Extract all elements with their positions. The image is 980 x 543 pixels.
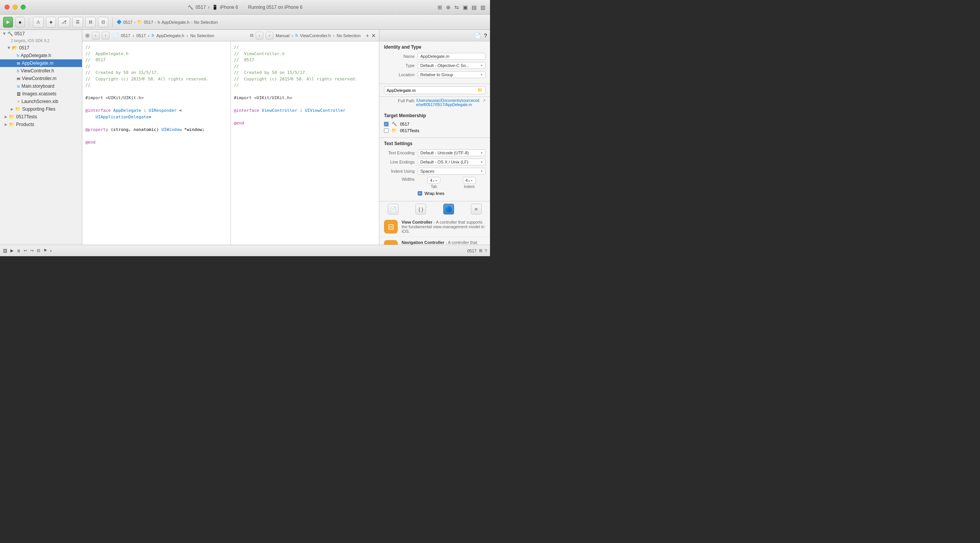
nav-back-right-btn[interactable]: ‹ <box>256 32 263 39</box>
identity-type-section: Identity and Type Name AppDelegate.m Typ… <box>379 41 490 84</box>
target-checkbox-0517tests[interactable] <box>384 128 389 133</box>
file-m-icon: m <box>17 61 20 65</box>
sidebar-item-main-storyboard[interactable]: ⊞ Main.storyboard <box>0 82 82 90</box>
code-line-r: @interface ViewController : UIViewContro… <box>234 108 376 114</box>
inspector-header: 📄 ? <box>379 30 490 41</box>
pause-icon[interactable]: ⏸ <box>16 249 21 253</box>
code-inspector-btn[interactable]: { } <box>415 204 426 214</box>
sidebar-item-viewcontroller-m[interactable]: m ViewController.m <box>0 75 82 82</box>
file-inspector-btn[interactable]: 📄 <box>388 204 399 214</box>
run-button[interactable]: ▶ <box>3 17 13 28</box>
left-code-panel[interactable]: // // AppDelegate.h // 0517 // // Create… <box>82 41 231 245</box>
split-icon-right[interactable]: ⊟ <box>250 33 253 38</box>
photo-icon[interactable]: 🖼 <box>3 249 7 253</box>
split-editor-icon[interactable]: ⊞ <box>85 33 90 38</box>
layout-icon[interactable]: ▣ <box>463 4 468 10</box>
storyboard-icon: ⊞ <box>17 84 20 88</box>
indent-width-value[interactable]: 4 ▲▼ <box>463 177 476 184</box>
bc-file-icon-h: h <box>152 33 154 38</box>
minimize-button[interactable] <box>13 5 18 10</box>
identity-inspector-btn[interactable]: 🔵 <box>443 204 454 214</box>
sidebar-item-project[interactable]: ▶ 🔨 0517 <box>0 30 82 38</box>
sidebar-item-appdelegate-m[interactable]: m AppDelegate.m <box>0 59 82 67</box>
grid-icon[interactable]: ⊞ <box>438 4 442 10</box>
stop-button[interactable]: ■ <box>15 17 25 28</box>
sidebar-group-0517-label: 0517 <box>19 45 29 51</box>
fullscreen-button[interactable] <box>21 5 26 10</box>
location-value[interactable]: Relative to Group ▾ <box>418 71 485 78</box>
stepper-tab[interactable]: ▲▼ <box>432 179 438 182</box>
indent-label: Indent Using <box>384 169 415 173</box>
code-line: // AppDelegate.h <box>85 51 227 57</box>
encoding-value[interactable]: Default - Unicode (UTF-8) ▾ <box>418 149 485 156</box>
sidebar-item-images-xcassets[interactable]: 🖼 Images.xcassets <box>0 90 82 98</box>
close-editor-btn[interactable]: ✕ <box>371 33 376 39</box>
type-value[interactable]: Default - Objective-C So... ▾ <box>418 62 485 69</box>
back-icon[interactable]: ↩ <box>24 248 27 253</box>
help-bottom-icon[interactable]: ? <box>485 249 487 253</box>
panel-icon[interactable]: ▤ <box>472 4 477 10</box>
code-line: UIApplicationDelegate> <box>85 114 227 121</box>
arrow-icon-path[interactable]: ↗ <box>482 98 485 103</box>
sidebar-item-products[interactable]: ▶ 📁 Products <box>0 121 82 128</box>
sidebar-item-supporting-files[interactable]: ▶ 📁 Supporting Files <box>0 105 82 113</box>
toolbar-sep2 <box>112 18 113 27</box>
sidebar-item-group-0517[interactable]: ▶ 📂 0517 <box>0 44 82 52</box>
split-bottom-icon[interactable]: ⊟ <box>37 248 40 253</box>
navigator-toggle[interactable]: ⊡ <box>98 17 108 28</box>
forward-icon[interactable]: ↪ <box>30 248 34 253</box>
target-checkbox-0517[interactable]: ✓ <box>384 122 389 126</box>
code-line-r: // ViewController.h <box>234 51 376 57</box>
file-inspector-icon[interactable]: 📄 <box>474 33 481 39</box>
sidebar-icon[interactable]: ▥ <box>480 4 485 10</box>
nav-back-btn[interactable]: ‹ <box>92 32 100 39</box>
code-line: // Copyright (c) 2015年 58. All rights re… <box>85 76 227 83</box>
breakpoint-button[interactable]: ◈ <box>46 17 56 28</box>
nav-forward-btn[interactable]: › <box>102 32 109 39</box>
editor-mode[interactable]: ⊟ <box>85 17 96 28</box>
stepper-indent[interactable]: ▲▼ <box>468 179 473 182</box>
nav-forward-right-btn[interactable]: › <box>266 32 273 39</box>
add-editor-btn[interactable]: + <box>366 33 369 39</box>
filename-field[interactable]: AppDelegate.m 📁 <box>384 86 485 94</box>
play-icon[interactable]: ▶ <box>10 248 13 253</box>
titlebar: 🔨 0517 › 📱 iPhone 6 Running 0517 on iPho… <box>0 0 490 15</box>
scheme-menu[interactable]: ☰ <box>72 17 83 28</box>
navcontroller-text: Navigation Controller - A controller tha… <box>402 240 485 245</box>
build-name: 0517 <box>196 5 206 10</box>
right-code-panel[interactable]: // // ViewController.h // 0517 // // Cre… <box>231 41 379 245</box>
attrs-inspector-btn[interactable]: ≡ <box>471 204 482 214</box>
indent-value[interactable]: Spaces ▾ <box>418 168 485 175</box>
sidebar-item-appdelegate-h[interactable]: h AppDelegate.h <box>0 52 82 59</box>
git-button[interactable]: ⎇ <box>58 17 70 28</box>
warning-button[interactable]: ⚠ <box>33 17 44 28</box>
tab-width-value[interactable]: 4 ▲▼ <box>427 177 440 184</box>
flag-icon[interactable]: ⚑ <box>43 248 47 253</box>
arrow-icon[interactable]: ⇆ <box>454 4 459 10</box>
wraplines-row: ✓ Wrap lines <box>384 191 485 196</box>
library-item-navcontroller[interactable]: ‹ Navigation Controller - A controller t… <box>379 237 490 245</box>
library-item-viewcontroller[interactable]: ⊟ View Controller - A controller that su… <box>379 217 490 237</box>
name-value[interactable]: AppDelegate.m <box>418 53 485 60</box>
code-line-r <box>234 114 376 121</box>
toolbar: ▶ ■ ⚠ ◈ ⎇ ☰ ⊟ ⊡ 🔷 0517 › 📁 0517 › h AppD… <box>0 15 490 30</box>
target-membership-title: Target Membership <box>384 113 485 118</box>
folder-tests-icon: 📁 <box>9 114 15 119</box>
encoding-value-text: Default - Unicode (UTF-8) <box>420 150 469 155</box>
bc-path-vc: ViewController.h <box>300 33 331 38</box>
viewcontroller-text: View Controller - A controller that supp… <box>402 220 485 234</box>
lineendings-value[interactable]: Default - OS X / Unix (LF) ▾ <box>418 159 485 165</box>
sidebar-item-launchscreen-xib[interactable]: ✕ LaunchScreen.xib <box>0 98 82 105</box>
project-sub-label: 2 targets, iOS SDK 8.2 <box>11 39 49 43</box>
dot-icon: • <box>50 249 52 253</box>
file-vm-icon: m <box>17 77 20 81</box>
sidebar-item-0517tests[interactable]: ▶ 📁 0517Tests <box>0 113 82 121</box>
folder-browse-icon[interactable]: 📁 <box>477 88 483 93</box>
code-line <box>85 120 227 127</box>
grid-bottom-icon[interactable]: ⊞ <box>479 248 482 253</box>
wraplines-checkbox[interactable]: ✓ <box>418 191 422 196</box>
device-icon: 📱 <box>212 5 218 10</box>
help-icon[interactable]: ? <box>484 33 487 39</box>
close-button[interactable] <box>5 5 10 10</box>
sidebar-item-viewcontroller-h[interactable]: h ViewController.h <box>0 67 82 75</box>
